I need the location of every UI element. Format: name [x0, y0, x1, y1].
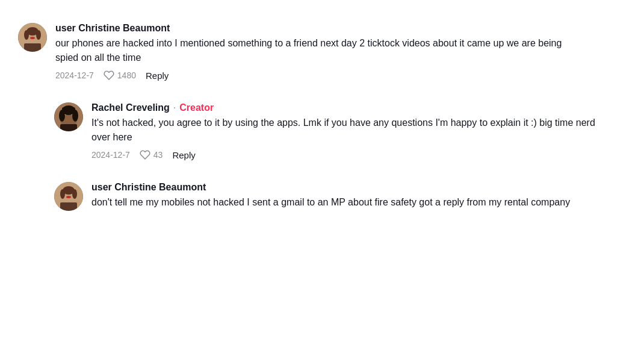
comment-date: 2024-12-7: [55, 70, 94, 80]
comment-body: user Christine Beaumont don't tell me my…: [91, 182, 626, 214]
username: user Christine Beaumont: [91, 182, 206, 193]
comment-item: user Christine Beaumont our phones are h…: [18, 12, 626, 92]
creator-badge: Creator: [179, 102, 214, 113]
svg-rect-22: [60, 202, 77, 211]
svg-point-8: [30, 37, 35, 39]
svg-point-25: [72, 189, 77, 199]
comment-body: Rachel Creveling · Creator It's not hack…: [91, 102, 626, 160]
avatar: [54, 102, 83, 131]
comment-body: user Christine Beaumont our phones are h…: [55, 23, 626, 81]
like-button[interactable]: 1480: [104, 70, 136, 81]
avatar: [54, 182, 83, 211]
username: user Christine Beaumont: [55, 23, 170, 34]
like-count: 43: [153, 150, 163, 160]
svg-point-7: [36, 30, 41, 40]
comment-footer: 2024-12-7 1480 Reply: [55, 70, 626, 81]
svg-point-26: [66, 196, 71, 198]
svg-rect-4: [24, 43, 41, 52]
reply-button[interactable]: Reply: [146, 70, 169, 81]
avatar: [18, 23, 47, 52]
comment-text: our phones are hacked into I mentioned s…: [55, 36, 573, 65]
reply-button[interactable]: Reply: [172, 150, 195, 160]
comment-header: Rachel Creveling · Creator: [91, 102, 626, 113]
comment-date: 2024-12-7: [91, 150, 130, 160]
svg-rect-13: [60, 124, 77, 131]
like-button[interactable]: 43: [140, 149, 163, 160]
comment-thread: user Christine Beaumont our phones are h…: [18, 12, 626, 225]
like-count: 1480: [117, 70, 136, 80]
heart-icon: [140, 149, 150, 160]
dot-separator: ·: [173, 102, 176, 113]
comment-header: user Christine Beaumont: [55, 23, 626, 34]
comment-footer: 2024-12-7 43 Reply: [91, 149, 626, 160]
comment-item: user Christine Beaumont don't tell me my…: [18, 171, 626, 225]
svg-rect-17: [62, 107, 75, 113]
svg-point-24: [60, 189, 65, 199]
svg-point-6: [24, 30, 29, 40]
username: Rachel Creveling: [91, 102, 170, 113]
comment-text: don't tell me my mobiles not hacked I se…: [91, 195, 609, 210]
comment-header: user Christine Beaumont: [91, 182, 626, 193]
heart-icon: [104, 70, 114, 81]
comment-item: Rachel Creveling · Creator It's not hack…: [18, 92, 626, 171]
comment-text: It's not hacked, you agree to it by usin…: [91, 116, 609, 145]
